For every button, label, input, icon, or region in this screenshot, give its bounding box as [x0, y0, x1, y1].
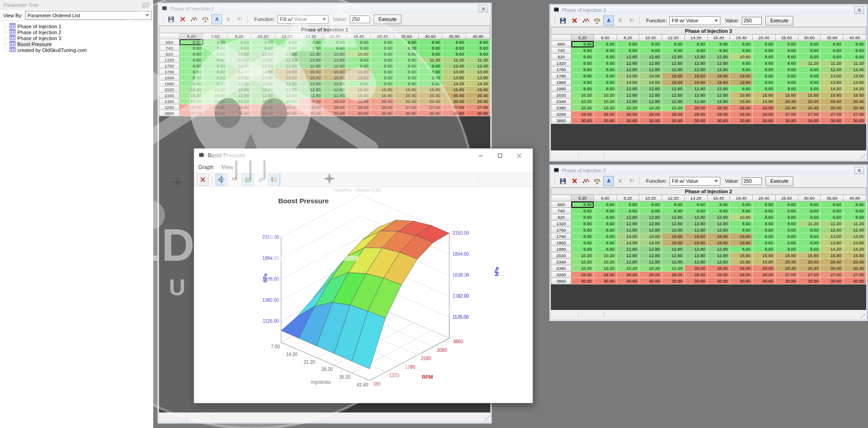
map-cell[interactable]: 12.80 [323, 87, 346, 93]
map-cell[interactable]: 8.60 [753, 233, 776, 240]
map-cell[interactable]: 11.20 [466, 57, 490, 63]
map-cell[interactable]: 28.00 [684, 265, 707, 272]
map-cell[interactable]: 27.00 [466, 104, 490, 110]
column-header[interactable]: 18.40 [730, 35, 753, 41]
row-header[interactable]: 1980 [551, 246, 571, 253]
map-cell[interactable]: 15.80 [798, 92, 821, 98]
map-cell[interactable]: 20.40 [798, 105, 821, 111]
map-cell[interactable]: 8.60 [594, 47, 616, 54]
map-cell[interactable]: 20.40 [466, 93, 490, 98]
map-cell[interactable]: 8.60 [347, 57, 370, 63]
map-cell[interactable]: 8.60 [775, 41, 798, 47]
map-cell[interactable]: 12.80 [275, 87, 298, 93]
column-header[interactable]: 5.20 [571, 195, 594, 201]
map-cell[interactable]: 8.60 [571, 201, 594, 208]
map-cell[interactable]: 8.60 [775, 47, 798, 54]
map-cell[interactable]: 28.00 [571, 272, 594, 278]
map-cell[interactable]: 8.60 [571, 47, 594, 54]
map-cell[interactable]: 13.00 [442, 69, 466, 75]
map-cell[interactable]: 12.80 [662, 60, 685, 67]
map-cell[interactable]: 8.60 [418, 63, 442, 69]
map-cell[interactable]: 10.20 [662, 265, 685, 272]
map-cell[interactable]: 8.60 [753, 47, 776, 54]
map-cell[interactable]: 19.60 [707, 240, 730, 246]
row-header[interactable]: 3860 [551, 278, 571, 284]
map-cell[interactable]: 12.80 [639, 86, 662, 92]
row-header[interactable]: 660 [551, 201, 571, 208]
map-cell[interactable]: 8.60 [798, 227, 821, 233]
map-cell[interactable]: 8.60 [662, 41, 685, 47]
row-header[interactable]: 3860 [159, 110, 180, 116]
map-cell[interactable]: 10.20 [616, 265, 639, 272]
column-header[interactable]: 25.60 [775, 195, 798, 201]
map-cell[interactable]: 30.80 [571, 278, 594, 284]
row-header[interactable]: 1980 [551, 86, 571, 92]
map-cell[interactable]: 8.60 [370, 39, 394, 45]
map-cell[interactable]: 30.80 [275, 110, 298, 116]
row-header[interactable]: 1960 [159, 75, 180, 81]
execute-button[interactable]: Execute [765, 176, 794, 186]
map-cell[interactable]: 12.80 [707, 67, 730, 73]
map-cell[interactable]: 19.60 [323, 69, 346, 75]
row-header[interactable]: 3260 [159, 104, 180, 110]
map-cell[interactable]: 14.00 [639, 240, 662, 246]
map-cell[interactable]: 30.80 [753, 118, 776, 124]
map-cell[interactable]: 12.80 [707, 98, 730, 105]
map-cell[interactable]: 28.00 [662, 111, 685, 118]
map-cell[interactable]: 8.60 [843, 208, 866, 214]
map-cell[interactable]: 8.60 [203, 75, 227, 81]
map-cell[interactable]: 12.80 [662, 246, 685, 253]
map-cell[interactable]: 12.80 [707, 259, 730, 265]
map-cell[interactable]: 27.00 [775, 111, 798, 118]
resize-grip[interactable] [484, 416, 489, 421]
map-cell[interactable]: 12.80 [684, 246, 707, 253]
value-input[interactable] [742, 17, 762, 25]
map-cell[interactable]: 28.00 [616, 111, 639, 118]
map-cell[interactable]: 8.60 [753, 86, 776, 92]
column-header[interactable]: 14.20 [299, 33, 323, 39]
map-cell[interactable]: 27.00 [798, 272, 821, 278]
map-cell[interactable]: 8.60 [180, 69, 203, 75]
map-cell[interactable]: 27.00 [821, 111, 843, 118]
map-cell[interactable]: 8.60 [466, 45, 490, 51]
map-cell[interactable]: 10.20 [662, 105, 685, 111]
map-cell[interactable]: 30.80 [227, 110, 251, 116]
map-cell[interactable]: 8.60 [180, 75, 203, 81]
map-cell[interactable]: 8.60 [395, 39, 418, 45]
row-header[interactable]: 2380 [159, 98, 180, 104]
map-cell[interactable]: 12.80 [639, 98, 662, 105]
map-cell[interactable]: 12.80 [707, 227, 730, 233]
map-cell[interactable]: 30.80 [571, 118, 594, 124]
close-icon[interactable] [509, 149, 529, 162]
map-cell[interactable]: 19.60 [275, 69, 298, 75]
map-cell[interactable]: 15.80 [347, 93, 370, 98]
column-header[interactable]: 18.40 [347, 33, 370, 39]
map-cell[interactable]: 20.40 [821, 265, 843, 272]
map-cell[interactable]: 30.80 [730, 278, 753, 284]
map-cell[interactable]: 8.60 [662, 47, 685, 54]
map-cell[interactable]: 8.60 [299, 45, 323, 51]
map-cell[interactable]: 12.80 [299, 93, 323, 98]
map-cell[interactable]: 8.60 [180, 63, 203, 69]
map-cell[interactable]: 30.80 [662, 118, 685, 124]
column-header[interactable]: 6.60 [594, 195, 616, 201]
map-cell[interactable]: 8.60 [571, 233, 594, 240]
column-header[interactable]: 16.40 [323, 33, 346, 39]
map-cell[interactable]: 30.80 [684, 278, 707, 284]
map-cell[interactable]: 28.00 [707, 272, 730, 278]
map-cell[interactable]: 15.80 [418, 87, 442, 93]
map-cell[interactable]: 15.80 [730, 92, 753, 98]
map-cell[interactable]: 8.60 [571, 67, 594, 73]
map-cell[interactable]: 15.80 [347, 87, 370, 93]
close-icon[interactable] [854, 167, 864, 174]
map-cell[interactable]: 8.60 [323, 39, 346, 45]
map-cell[interactable]: 8.60 [684, 41, 707, 47]
map-cell[interactable]: 8.60 [798, 67, 821, 73]
map-cell[interactable]: 20.40 [418, 98, 442, 104]
map-cell[interactable]: 8.60 [275, 45, 298, 51]
map-cell[interactable]: 12.80 [707, 86, 730, 92]
map-cell[interactable]: 8.60 [753, 73, 776, 79]
y-disabled-icon[interactable]: Y [626, 15, 637, 26]
row-header[interactable]: 660 [159, 39, 180, 45]
map-cell[interactable]: 8.60 [466, 39, 490, 45]
